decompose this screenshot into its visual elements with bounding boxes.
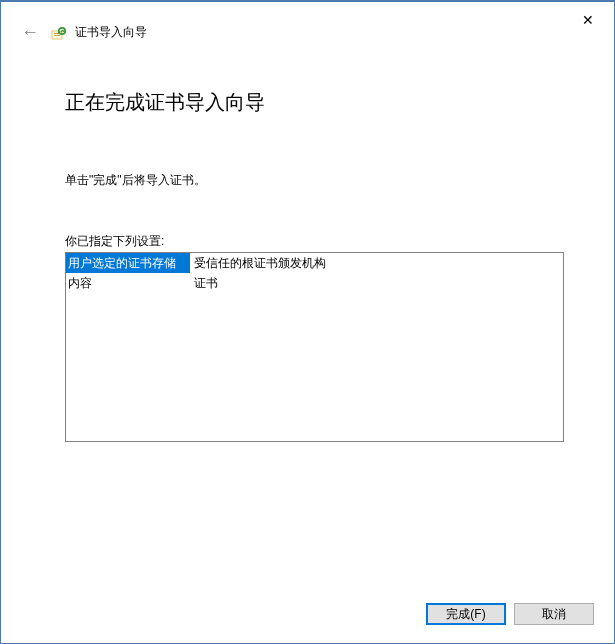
setting-key: 用户选定的证书存储 (66, 253, 190, 273)
wizard-title: 证书导入向导 (75, 24, 147, 41)
table-row[interactable]: 用户选定的证书存储 受信任的根证书颁发机构 (66, 253, 563, 273)
wizard-header: ← 证书导入向导 (1, 2, 614, 49)
setting-key: 内容 (66, 273, 190, 293)
wizard-content: 正在完成证书导入向导 单击"完成"后将导入证书。 你已指定下列设置: 用户选定的… (1, 49, 614, 462)
setting-value: 受信任的根证书颁发机构 (190, 253, 563, 273)
back-arrow-icon: ← (17, 20, 43, 45)
wizard-footer: 完成(F) 取消 (426, 603, 594, 625)
close-button[interactable]: ✕ (568, 6, 608, 34)
setting-value: 证书 (190, 273, 563, 293)
cancel-button[interactable]: 取消 (514, 603, 594, 625)
table-row[interactable]: 内容 证书 (66, 273, 563, 293)
instruction-text: 单击"完成"后将导入证书。 (65, 172, 564, 189)
settings-label: 你已指定下列设置: (65, 233, 564, 250)
settings-table[interactable]: 用户选定的证书存储 受信任的根证书颁发机构 内容 证书 (65, 252, 564, 442)
finish-button[interactable]: 完成(F) (426, 603, 506, 625)
certificate-wizard-icon (51, 25, 67, 41)
page-heading: 正在完成证书导入向导 (65, 89, 564, 116)
svg-rect-2 (54, 35, 60, 36)
